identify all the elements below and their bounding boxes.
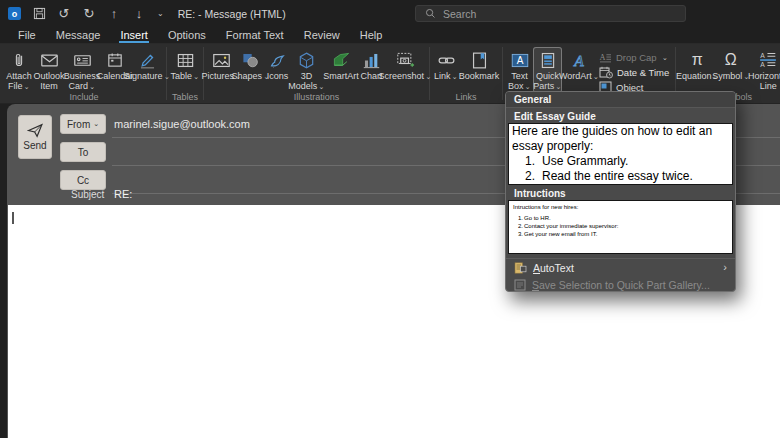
drop-cap-button[interactable]: A Drop Cap⌄ <box>596 50 672 64</box>
send-label: Send <box>23 140 46 151</box>
horizontal-line-icon: AA <box>759 49 777 71</box>
equation-button[interactable]: π Equation⌄ <box>679 47 715 83</box>
send-button[interactable]: Send <box>18 115 52 159</box>
group-links: Link⌄ Bookmark Links <box>430 44 502 103</box>
tab-message[interactable]: Message <box>46 27 111 43</box>
preview-list-item: 2.Read the entire essay twice. <box>512 169 729 184</box>
cc-button[interactable]: Cc <box>60 170 106 190</box>
icons-button[interactable]: Icons <box>265 47 290 83</box>
save-button[interactable] <box>32 7 46 21</box>
preview-intro: Intructions for new hires: <box>513 203 728 211</box>
subject-label: Subject <box>71 189 104 200</box>
link-icon <box>437 49 456 71</box>
text-group-column: A Drop Cap⌄ Date & Time Object <box>596 47 672 94</box>
window-title: RE: - Message (HTML) <box>178 8 286 20</box>
shapes-button[interactable]: Shapes⌄ <box>236 47 265 83</box>
tab-insert[interactable]: Insert <box>110 27 158 43</box>
outlook-logo-icon: o <box>8 7 21 20</box>
group-tables: Table⌄ Tables <box>167 44 203 103</box>
camera-icon <box>396 49 415 71</box>
dropdown-arrow-icon: ⌄ <box>662 53 668 62</box>
smartart-label: SmartArt <box>323 71 359 81</box>
autotext-label: AutoText <box>533 262 574 274</box>
horizontal-line-button[interactable]: AA Horizontal Line <box>746 47 780 93</box>
dropdown-arrow-icon: ⌄ <box>525 82 531 91</box>
undo-button[interactable]: ↺ <box>57 7 71 21</box>
tab-format-text[interactable]: Format Text <box>216 27 294 43</box>
bar-chart-icon <box>362 49 381 71</box>
table-grid-icon <box>176 49 195 71</box>
svg-text:A: A <box>600 53 606 62</box>
bookmark-label: Bookmark <box>459 71 500 81</box>
search-input[interactable]: Search <box>415 5 686 22</box>
search-icon <box>425 8 436 19</box>
preview-list-item: 1.Use Grammarly. <box>512 154 729 169</box>
drop-cap-label: Drop Cap <box>616 52 657 63</box>
date-time-label: Date & Time <box>617 67 669 78</box>
autotext-icon <box>514 262 527 274</box>
from-label: From <box>67 119 90 130</box>
autotext-menu-item[interactable]: AutoText › <box>506 259 735 276</box>
text-box-button[interactable]: A Text Box⌄ <box>506 47 533 93</box>
wordart-button[interactable]: A WordArt⌄ <box>562 47 596 83</box>
gallery-item-title: Edit Essay Guide <box>506 108 735 123</box>
shapes-label: Shapes <box>232 71 263 81</box>
paperclip-icon <box>11 49 27 71</box>
group-include: Attach File⌄ Outlook Item Business Card⌄… <box>2 44 166 103</box>
save-selection-menu-item[interactable]: Save Selection to Quick Part Gallery... <box>506 276 735 292</box>
signature-button[interactable]: Signature⌄ <box>131 47 163 83</box>
attach-file-button[interactable]: Attach File⌄ <box>5 47 33 93</box>
save-gallery-icon <box>514 279 526 291</box>
smartart-icon <box>332 49 351 71</box>
equation-label: Equation <box>676 71 712 81</box>
gallery-item-edit-essay-guide[interactable]: Here are the guides on how to edit an es… <box>508 123 733 185</box>
paper-plane-icon <box>27 123 44 138</box>
preview-list-item: 3.Get your new email from IT. <box>513 230 728 238</box>
svg-text:A: A <box>760 61 765 68</box>
table-button[interactable]: Table⌄ <box>170 47 200 83</box>
titlebar: o ↺ ↻ ↑ ↓ ⌄ RE: - Message (HTML) Search <box>0 0 780 27</box>
date-time-button[interactable]: Date & Time <box>596 65 672 79</box>
from-address: marinel.sigue@outlook.com <box>114 118 250 130</box>
screenshot-button[interactable]: Screenshot⌄ <box>384 47 426 83</box>
redo-button[interactable]: ↻ <box>82 7 96 21</box>
move-up-button[interactable]: ↑ <box>107 7 121 21</box>
tab-help[interactable]: Help <box>350 27 393 43</box>
gallery-item-intructions[interactable]: Intructions for new hires: 1.Go to HR. 2… <box>508 200 733 254</box>
wordart-label: WordArt <box>559 71 592 81</box>
icons-label: Icons <box>267 71 289 81</box>
bird-icon <box>268 49 287 71</box>
tab-file[interactable]: File <box>8 27 46 43</box>
svg-text:A: A <box>573 52 584 69</box>
wordart-icon: A <box>569 49 589 71</box>
customize-toolbar-icon[interactable]: ⌄ <box>157 9 164 18</box>
pi-icon: π <box>692 49 703 71</box>
3d-models-label: 3D Models <box>288 71 317 91</box>
outlook-item-button[interactable]: Outlook Item <box>33 47 65 93</box>
date-time-icon <box>599 66 613 79</box>
pictures-label: Pictures <box>202 71 235 81</box>
to-button[interactable]: To <box>60 142 106 162</box>
3d-models-button[interactable]: 3D Models⌄ <box>290 47 323 93</box>
group-label-illustrations: Illustrations <box>204 92 429 102</box>
svg-text:A: A <box>760 51 765 58</box>
envelope-icon <box>40 49 59 71</box>
preview-list-item: 1.Go to HR. <box>513 214 728 222</box>
tab-options[interactable]: Options <box>158 27 216 43</box>
save-selection-label: Save Selection to Quick Part Gallery... <box>532 279 710 291</box>
gallery-item-title: Intructions <box>506 185 735 200</box>
group-label-include: Include <box>2 92 166 102</box>
bookmark-button[interactable]: Bookmark <box>459 47 499 83</box>
dropdown-arrow-icon: ⌄ <box>93 120 99 128</box>
symbol-button[interactable]: Ω Symbol⌄ <box>715 47 746 83</box>
group-illustrations: Pictures⌄ Shapes⌄ Icons 3D Models⌄ Smart… <box>204 44 429 103</box>
smartart-button[interactable]: SmartArt <box>323 47 359 83</box>
from-button[interactable]: From ⌄ <box>60 114 106 134</box>
business-card-button[interactable]: Business Card⌄ <box>65 47 99 93</box>
picture-icon <box>212 49 231 71</box>
tab-review[interactable]: Review <box>294 27 350 43</box>
subject-input[interactable]: RE: <box>114 188 132 200</box>
move-down-button[interactable]: ↓ <box>132 7 146 21</box>
quick-parts-button[interactable]: Quick Parts⌄ <box>533 47 562 93</box>
link-button[interactable]: Link⌄ <box>433 47 459 83</box>
